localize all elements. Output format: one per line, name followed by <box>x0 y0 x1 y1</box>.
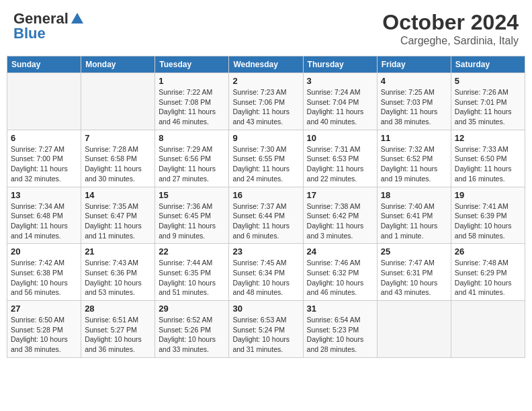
calendar-cell: 7Sunrise: 7:28 AMSunset: 6:58 PMDaylight… <box>81 130 155 187</box>
day-number: 12 <box>455 133 521 143</box>
day-number: 13 <box>11 190 77 200</box>
day-info: Sunrise: 7:29 AMSunset: 6:56 PMDaylight:… <box>159 144 225 184</box>
calendar-cell <box>81 73 155 130</box>
day-number: 28 <box>85 304 151 314</box>
day-number: 8 <box>159 133 225 143</box>
weekday-header-tuesday: Tuesday <box>155 56 229 73</box>
calendar-week-1: 1Sunrise: 7:22 AMSunset: 7:08 PMDaylight… <box>7 73 525 130</box>
day-number: 4 <box>381 76 447 86</box>
day-number: 6 <box>11 133 77 143</box>
weekday-header-saturday: Saturday <box>451 56 525 73</box>
day-info: Sunrise: 7:32 AMSunset: 6:52 PMDaylight:… <box>381 144 447 184</box>
day-number: 1 <box>159 76 225 86</box>
day-info: Sunrise: 7:47 AMSunset: 6:31 PMDaylight:… <box>381 258 447 298</box>
day-number: 29 <box>159 304 225 314</box>
day-info: Sunrise: 7:23 AMSunset: 7:06 PMDaylight:… <box>232 87 299 127</box>
calendar-cell: 31Sunrise: 6:54 AMSunset: 5:23 PMDayligh… <box>303 301 377 358</box>
day-info: Sunrise: 7:48 AMSunset: 6:29 PMDaylight:… <box>455 258 521 298</box>
weekday-header-monday: Monday <box>81 56 155 73</box>
day-number: 20 <box>11 246 77 257</box>
title-block: October 2024 Cargeghe, Sardinia, Italy <box>382 10 519 47</box>
calendar-cell: 12Sunrise: 7:33 AMSunset: 6:50 PMDayligh… <box>451 130 525 187</box>
day-number: 22 <box>159 246 225 257</box>
calendar-cell: 16Sunrise: 7:37 AMSunset: 6:44 PMDayligh… <box>229 187 303 244</box>
day-info: Sunrise: 7:40 AMSunset: 6:41 PMDaylight:… <box>381 201 447 241</box>
calendar-cell: 18Sunrise: 7:40 AMSunset: 6:41 PMDayligh… <box>377 187 451 244</box>
day-number: 23 <box>232 246 299 257</box>
day-info: Sunrise: 7:43 AMSunset: 6:36 PMDaylight:… <box>85 258 151 298</box>
day-number: 19 <box>455 190 521 200</box>
day-number: 10 <box>307 133 373 143</box>
day-info: Sunrise: 7:45 AMSunset: 6:34 PMDaylight:… <box>232 258 299 298</box>
day-number: 17 <box>307 190 373 200</box>
calendar-cell: 14Sunrise: 7:35 AMSunset: 6:47 PMDayligh… <box>81 187 155 244</box>
calendar-table: SundayMondayTuesdayWednesdayThursdayFrid… <box>7 56 525 358</box>
day-info: Sunrise: 7:26 AMSunset: 7:01 PMDaylight:… <box>455 87 521 127</box>
day-info: Sunrise: 7:44 AMSunset: 6:35 PMDaylight:… <box>159 258 225 298</box>
calendar-cell: 19Sunrise: 7:41 AMSunset: 6:39 PMDayligh… <box>451 187 525 244</box>
day-info: Sunrise: 7:35 AMSunset: 6:47 PMDaylight:… <box>85 201 151 241</box>
calendar-cell: 1Sunrise: 7:22 AMSunset: 7:08 PMDaylight… <box>155 73 229 130</box>
day-number: 9 <box>232 133 299 143</box>
calendar-cell: 29Sunrise: 6:52 AMSunset: 5:26 PMDayligh… <box>155 301 229 358</box>
day-info: Sunrise: 7:33 AMSunset: 6:50 PMDaylight:… <box>455 144 521 184</box>
logo-blue: Blue <box>13 25 46 42</box>
calendar-cell: 3Sunrise: 7:24 AMSunset: 7:04 PMDaylight… <box>303 73 377 130</box>
day-number: 2 <box>232 76 299 86</box>
calendar-cell: 15Sunrise: 7:36 AMSunset: 6:45 PMDayligh… <box>155 187 229 244</box>
calendar-cell: 2Sunrise: 7:23 AMSunset: 7:06 PMDaylight… <box>229 73 303 130</box>
day-info: Sunrise: 7:28 AMSunset: 6:58 PMDaylight:… <box>85 144 151 184</box>
calendar-cell: 22Sunrise: 7:44 AMSunset: 6:35 PMDayligh… <box>155 244 229 301</box>
svg-marker-0 <box>71 13 83 24</box>
calendar-cell: 17Sunrise: 7:38 AMSunset: 6:42 PMDayligh… <box>303 187 377 244</box>
day-info: Sunrise: 7:41 AMSunset: 6:39 PMDaylight:… <box>455 201 521 241</box>
day-number: 27 <box>11 304 77 314</box>
weekday-header-friday: Friday <box>377 56 451 73</box>
calendar-cell <box>451 301 525 358</box>
calendar-cell: 21Sunrise: 7:43 AMSunset: 6:36 PMDayligh… <box>81 244 155 301</box>
day-info: Sunrise: 6:52 AMSunset: 5:26 PMDaylight:… <box>159 315 225 355</box>
day-number: 26 <box>455 246 521 257</box>
location-subtitle: Cargeghe, Sardinia, Italy <box>382 35 519 47</box>
calendar-cell: 5Sunrise: 7:26 AMSunset: 7:01 PMDaylight… <box>451 73 525 130</box>
day-number: 14 <box>85 190 151 200</box>
day-info: Sunrise: 7:22 AMSunset: 7:08 PMDaylight:… <box>159 87 225 127</box>
day-info: Sunrise: 7:46 AMSunset: 6:32 PMDaylight:… <box>307 258 373 298</box>
day-number: 5 <box>455 76 521 86</box>
weekday-header-wednesday: Wednesday <box>229 56 303 73</box>
weekday-header-thursday: Thursday <box>303 56 377 73</box>
day-info: Sunrise: 7:34 AMSunset: 6:48 PMDaylight:… <box>11 201 77 241</box>
calendar-cell: 23Sunrise: 7:45 AMSunset: 6:34 PMDayligh… <box>229 244 303 301</box>
day-number: 25 <box>381 246 447 257</box>
calendar-cell: 27Sunrise: 6:50 AMSunset: 5:28 PMDayligh… <box>7 301 81 358</box>
calendar-cell: 13Sunrise: 7:34 AMSunset: 6:48 PMDayligh… <box>7 187 81 244</box>
calendar-cell: 20Sunrise: 7:42 AMSunset: 6:38 PMDayligh… <box>7 244 81 301</box>
day-number: 11 <box>381 133 447 143</box>
day-number: 21 <box>85 246 151 257</box>
day-info: Sunrise: 7:27 AMSunset: 7:00 PMDaylight:… <box>11 144 77 184</box>
day-info: Sunrise: 7:42 AMSunset: 6:38 PMDaylight:… <box>11 258 77 298</box>
day-number: 24 <box>307 246 373 257</box>
day-number: 18 <box>381 190 447 200</box>
logo: General Blue <box>13 10 85 42</box>
day-info: Sunrise: 7:36 AMSunset: 6:45 PMDaylight:… <box>159 201 225 241</box>
calendar-cell: 25Sunrise: 7:47 AMSunset: 6:31 PMDayligh… <box>377 244 451 301</box>
day-info: Sunrise: 7:38 AMSunset: 6:42 PMDaylight:… <box>307 201 373 241</box>
calendar-week-5: 27Sunrise: 6:50 AMSunset: 5:28 PMDayligh… <box>7 301 525 358</box>
day-number: 3 <box>307 76 373 86</box>
day-info: Sunrise: 7:24 AMSunset: 7:04 PMDaylight:… <box>307 87 373 127</box>
day-info: Sunrise: 6:50 AMSunset: 5:28 PMDaylight:… <box>11 315 77 355</box>
day-info: Sunrise: 6:54 AMSunset: 5:23 PMDaylight:… <box>307 315 373 355</box>
calendar-week-3: 13Sunrise: 7:34 AMSunset: 6:48 PMDayligh… <box>7 187 525 244</box>
calendar-cell: 26Sunrise: 7:48 AMSunset: 6:29 PMDayligh… <box>451 244 525 301</box>
calendar-week-4: 20Sunrise: 7:42 AMSunset: 6:38 PMDayligh… <box>7 244 525 301</box>
day-info: Sunrise: 6:53 AMSunset: 5:24 PMDaylight:… <box>232 315 299 355</box>
header: General Blue October 2024 Cargeghe, Sard… <box>7 7 525 50</box>
weekday-header-row: SundayMondayTuesdayWednesdayThursdayFrid… <box>7 56 525 73</box>
day-info: Sunrise: 7:31 AMSunset: 6:53 PMDaylight:… <box>307 144 373 184</box>
calendar-cell: 24Sunrise: 7:46 AMSunset: 6:32 PMDayligh… <box>303 244 377 301</box>
day-number: 31 <box>307 304 373 314</box>
day-number: 15 <box>159 190 225 200</box>
day-number: 16 <box>232 190 299 200</box>
day-info: Sunrise: 7:37 AMSunset: 6:44 PMDaylight:… <box>232 201 299 241</box>
